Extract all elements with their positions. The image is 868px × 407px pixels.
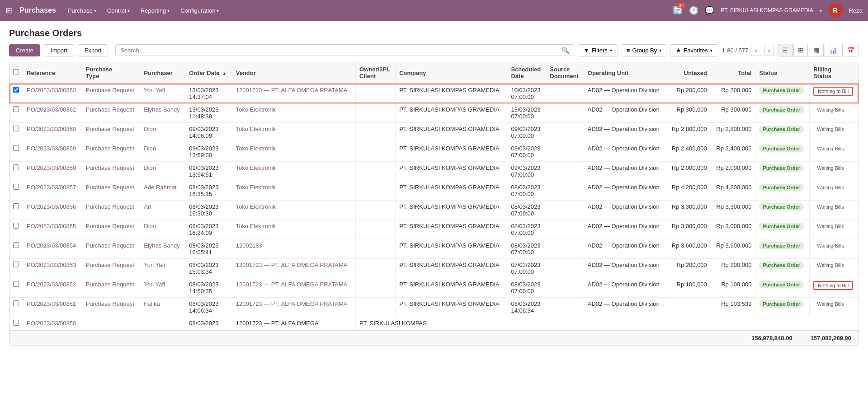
header-company[interactable]: Company xyxy=(396,62,507,84)
notification-badge-btn[interactable]: 🔄 24 xyxy=(673,5,683,15)
nav-control[interactable]: Control ▾ xyxy=(103,5,134,16)
table-row[interactable]: PO/2023/03/00859 Purchase Request Dion 0… xyxy=(9,142,859,162)
row-checkbox[interactable] xyxy=(13,223,19,229)
row-checkbox-cell[interactable] xyxy=(9,298,23,317)
row-checkbox[interactable] xyxy=(13,184,19,190)
calendar-view-button[interactable]: 📅 xyxy=(842,44,859,56)
search-input[interactable] xyxy=(120,47,561,54)
purchase-type-link[interactable]: Purchase Request xyxy=(86,106,134,113)
row-checkbox-cell[interactable] xyxy=(9,123,23,142)
header-order-date[interactable]: Order Date ▲ xyxy=(185,62,232,84)
select-all-checkbox[interactable] xyxy=(13,69,19,75)
row-checkbox-cell[interactable] xyxy=(9,201,23,220)
purchaser-link[interactable]: Dion xyxy=(144,126,156,132)
table-row[interactable]: PO/2023/03/00858 Purchase Request Dion 0… xyxy=(9,162,859,181)
chat-icon[interactable]: 💬 xyxy=(705,6,714,15)
reference-link[interactable]: PO/2023/03/00855 xyxy=(27,223,76,229)
vendor-link[interactable]: Toko Elektronik xyxy=(236,203,276,210)
row-reference[interactable]: PO/2023/03/00862 xyxy=(23,103,82,123)
row-checkbox[interactable] xyxy=(13,126,19,131)
vendor-link[interactable]: 12002183 xyxy=(236,242,262,249)
header-purchase-type[interactable]: PurchaseType xyxy=(82,62,140,84)
header-purchaser[interactable]: Purchaser xyxy=(140,62,185,84)
clock-icon[interactable]: 🕐 xyxy=(689,6,698,15)
header-owner-3pl[interactable]: Owner/3PLClient xyxy=(356,62,396,84)
purchase-type-link[interactable]: Purchase Request xyxy=(86,126,134,132)
vendor-link[interactable]: Toko Elektronik xyxy=(236,184,276,191)
chart-view-button[interactable]: 📊 xyxy=(825,44,841,56)
reference-link[interactable]: PO/2023/03/00857 xyxy=(27,184,76,191)
vendor-link[interactable]: 12001723 — PT. ALFA OMEGA PRATAMA xyxy=(236,281,348,288)
row-checkbox-cell[interactable] xyxy=(9,278,23,298)
row-checkbox-cell[interactable] xyxy=(9,162,23,181)
purchase-type-link[interactable]: Purchase Request xyxy=(86,262,134,268)
row-reference[interactable]: PO/2023/03/00858 xyxy=(23,162,82,181)
purchase-type-link[interactable]: Purchase Request xyxy=(86,145,134,152)
row-checkbox[interactable] xyxy=(13,164,19,170)
header-status[interactable]: Status xyxy=(755,62,810,84)
row-checkbox[interactable] xyxy=(13,106,19,112)
reference-link[interactable]: PO/2023/03/00853 xyxy=(27,262,76,268)
row-checkbox-cell[interactable] xyxy=(9,181,23,201)
search-icon[interactable]: 🔍 xyxy=(561,47,569,54)
row-checkbox[interactable] xyxy=(13,203,19,209)
next-page-button[interactable]: › xyxy=(764,45,774,56)
reference-link[interactable]: PO/2023/03/00859 xyxy=(27,145,76,152)
purchaser-link[interactable]: Dion xyxy=(144,223,156,229)
select-all-header[interactable] xyxy=(9,62,23,84)
row-checkbox-cell[interactable] xyxy=(9,103,23,123)
export-button[interactable]: Export xyxy=(78,44,108,56)
row-reference[interactable]: PO/2023/03/00850 xyxy=(23,317,140,330)
purchase-type-link[interactable]: Purchase Request xyxy=(86,164,134,171)
table-view-button[interactable]: ▦ xyxy=(809,44,824,56)
purchaser-link[interactable]: Yori Yafi xyxy=(144,87,165,94)
purchaser-link[interactable]: Yori Yafi xyxy=(144,281,165,288)
row-checkbox[interactable] xyxy=(13,281,19,287)
vendor-link[interactable]: 12001723 — PT. ALFA OMEGA PRATAMA xyxy=(236,300,348,307)
purchase-type-link[interactable]: Purchase Request xyxy=(86,87,134,94)
row-checkbox-cell[interactable] xyxy=(9,239,23,259)
row-checkbox-cell[interactable] xyxy=(9,84,23,103)
table-row[interactable]: PO/2023/03/00854 Purchase Request Elyhas… xyxy=(9,239,859,259)
row-reference[interactable]: PO/2023/03/00855 xyxy=(23,220,82,239)
table-row[interactable]: PO/2023/03/00850 08/03/2023 12001723 — P… xyxy=(9,317,859,330)
list-view-button[interactable]: ☰ xyxy=(778,44,793,56)
nav-configuration[interactable]: Configuration ▾ xyxy=(176,5,223,16)
vendor-link[interactable]: 12001723 — PT. ALFA OMEGA PRATAMA xyxy=(236,262,348,268)
purchaser-link[interactable]: Elyhas Sandy xyxy=(144,242,180,249)
header-operating-unit[interactable]: Operating Unit xyxy=(584,62,666,84)
reference-link[interactable]: PO/2023/03/00860 xyxy=(27,126,76,132)
create-button[interactable]: Create xyxy=(9,44,40,56)
row-checkbox[interactable] xyxy=(13,320,19,326)
row-checkbox-cell[interactable] xyxy=(9,317,23,330)
row-reference[interactable]: PO/2023/03/00852 xyxy=(23,278,82,298)
vendor-link[interactable]: Toko Elektronik xyxy=(236,145,276,152)
table-row[interactable]: PO/2023/03/00862 Purchase Request Elyhas… xyxy=(9,103,859,123)
table-row[interactable]: PO/2023/03/00856 Purchase Request Ari 08… xyxy=(9,201,859,220)
purchase-type-link[interactable]: Purchase Request xyxy=(86,223,134,229)
purchaser-link[interactable]: Ari xyxy=(144,203,151,210)
header-vendor[interactable]: Vendor xyxy=(232,62,355,84)
filters-button[interactable]: ▼ Filters ▾ xyxy=(578,44,618,56)
vendor-link[interactable]: Toko Elektronik xyxy=(236,106,276,113)
row-checkbox[interactable] xyxy=(13,145,19,151)
vendor-link[interactable]: 12001723 — PT. ALFA OMEGA PRATAMA xyxy=(236,87,348,94)
vendor-link[interactable]: Toko Elektronik xyxy=(236,223,276,229)
grid-icon[interactable]: ⊞ xyxy=(5,5,12,15)
purchase-type-link[interactable]: Purchase Request xyxy=(86,281,134,288)
purchaser-link[interactable]: Ade Rahmat xyxy=(144,184,176,191)
header-untaxed[interactable]: Untaxed xyxy=(666,62,711,84)
row-reference[interactable]: PO/2023/03/00856 xyxy=(23,201,82,220)
reference-link[interactable]: PO/2023/03/00862 xyxy=(27,106,76,113)
table-row[interactable]: PO/2023/03/00852 Purchase Request Yori Y… xyxy=(9,278,859,298)
table-row[interactable]: PO/2023/03/00857 Purchase Request Ade Ra… xyxy=(9,181,859,201)
reference-link[interactable]: PO/2023/03/00851 xyxy=(27,300,76,307)
nav-purchase[interactable]: Purchase ▾ xyxy=(63,5,101,16)
favorites-button[interactable]: ★ Favorites ▾ xyxy=(670,44,718,56)
table-row[interactable]: PO/2023/03/00853 Purchase Request Yori Y… xyxy=(9,259,859,278)
purchaser-link[interactable]: Dion xyxy=(144,164,156,171)
reference-link[interactable]: PO/2023/03/00852 xyxy=(27,281,76,288)
row-checkbox[interactable] xyxy=(13,300,19,306)
row-checkbox-cell[interactable] xyxy=(9,142,23,162)
table-row[interactable]: PO/2023/03/00863 Purchase Request Yori Y… xyxy=(9,84,859,103)
